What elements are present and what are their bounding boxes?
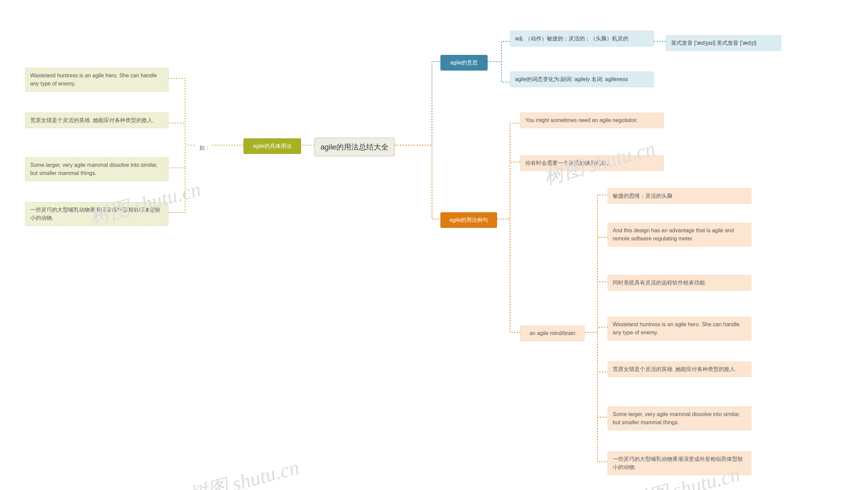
usage-item-text: 一些灵巧的大型哺乳动物逐渐演变成外形相似而体型较小的动物. — [30, 207, 160, 221]
usage-item-text: 荒原女猎是个灵活的英雄. 她能应付各种类型的敌人. — [30, 117, 154, 123]
meaning-label: agile的意思 — [450, 60, 478, 65]
watermark: 树图 shutu.cn — [185, 454, 302, 490]
example-label-node[interactable]: 如： — [195, 140, 211, 155]
meaning-item-text: agile的词态变化为:副词: agilely 名词: agileness — [515, 76, 628, 82]
usage-item[interactable]: 一些灵巧的大型哺乳动物逐渐演变成外形相似而体型较小的动物. — [25, 202, 169, 226]
mind-item[interactable]: 荒原女猎是个灵活的英雄. 她能应付各种类型的敌人. — [608, 361, 751, 377]
usage-item[interactable]: Wasteland huntress is an agile hero. She… — [25, 68, 169, 92]
mind-item[interactable]: Wasteland huntress is an agile hero. She… — [608, 317, 751, 340]
usage-node[interactable]: agile的具体用法 — [243, 138, 301, 154]
mind-item[interactable]: 敏捷的思维；灵活的头脑 — [608, 188, 751, 204]
mind-label: an agile mind/brain — [529, 330, 575, 336]
usage-item[interactable]: 荒原女猎是个灵活的英雄. 她能应付各种类型的敌人. — [25, 113, 169, 128]
mind-item[interactable]: 一些灵巧的大型哺乳动物逐渐演变成外形相似而体型较小的动物. — [608, 451, 751, 475]
meaning-item[interactable]: agile的词态变化为:副词: agilely 名词: agileness — [510, 72, 654, 87]
usage-label: agile的具体用法 — [253, 143, 292, 149]
mindmap-canvas: agile的用法总结大全 agile的具体用法 如： Wasteland hun… — [0, 0, 868, 490]
mind-item-text: And this design has an advantage that is… — [613, 228, 734, 241]
mind-item[interactable]: And this design has an advantage that is… — [608, 223, 751, 247]
mind-item-text: Some larger, very agile mammal dissolve … — [613, 411, 740, 425]
usage-item-text: Wasteland huntress is an agile hero. She… — [30, 73, 157, 86]
root-label: agile的用法总结大全 — [320, 143, 388, 151]
root-node[interactable]: agile的用法总结大全 — [314, 138, 395, 156]
sentences-node[interactable]: agile的用法例句 — [440, 212, 497, 228]
mind-item[interactable]: 同时系统具有灵活的远程软件校表功能. — [608, 275, 751, 291]
mind-item-text: 同时系统具有灵活的远程软件校表功能. — [613, 280, 706, 286]
mind-item-text: Wasteland huntress is an agile hero. She… — [613, 321, 739, 335]
pronunciation-text: 英式发音 ['ædʒaɪl] 美式发音 ['ædʒl] — [671, 40, 756, 46]
usage-item-text: Some larger, very agile mammal dissolve … — [30, 162, 158, 176]
sentences-label: agile的用法例句 — [450, 217, 488, 223]
mind-item[interactable]: Some larger, very agile mammal dissolve … — [608, 407, 751, 430]
meaning-item-text: adj. （动作）敏捷的；灵活的；（头脑）机灵的 — [515, 36, 628, 41]
pronunciation-node[interactable]: 英式发音 ['ædʒaɪl] 美式发音 ['ædʒl] — [666, 35, 781, 51]
sentence-item[interactable]: 你有时会需要一个灵活的谈判代表。 — [520, 155, 664, 171]
sentence-text: You might sometimes need an agile negoti… — [525, 117, 638, 123]
mind-item-text: 荒原女猎是个灵活的英雄. 她能应付各种类型的敌人. — [613, 366, 736, 372]
meaning-node[interactable]: agile的意思 — [440, 55, 488, 71]
meaning-item[interactable]: adj. （动作）敏捷的；灵活的；（头脑）机灵的 — [510, 31, 654, 46]
sentence-item[interactable]: You might sometimes need an agile negoti… — [520, 113, 664, 128]
mind-item-text: 一些灵巧的大型哺乳动物逐渐演变成外形相似而体型较小的动物. — [613, 456, 743, 470]
mind-node[interactable]: an agile mind/brain — [520, 326, 585, 341]
usage-item[interactable]: Some larger, very agile mammal dissolve … — [25, 157, 169, 181]
example-label: 如： — [199, 145, 210, 151]
mind-item-text: 敏捷的思维；灵活的头脑 — [613, 193, 672, 199]
sentence-text: 你有时会需要一个灵活的谈判代表。 — [525, 160, 612, 166]
